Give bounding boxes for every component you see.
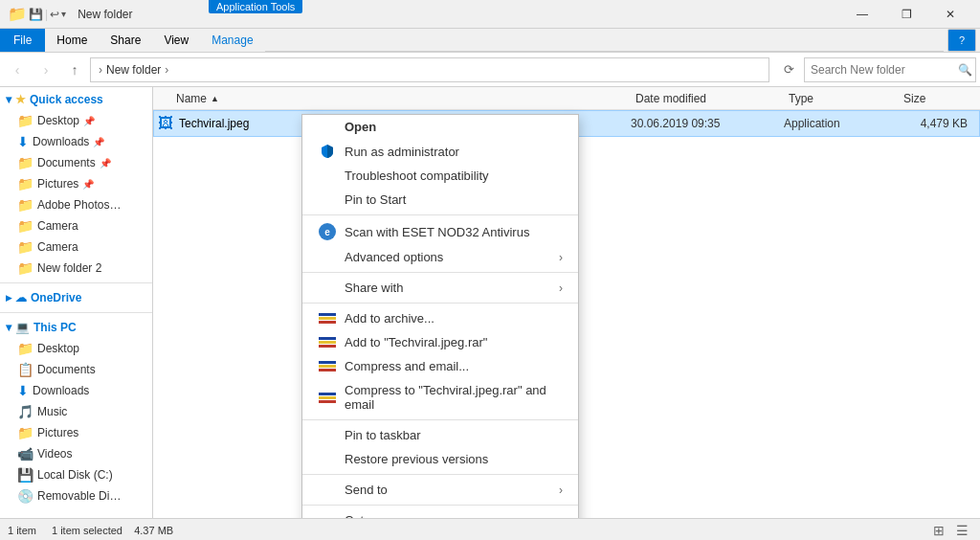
cloud-icon: ☁	[15, 291, 27, 304]
ctx-share[interactable]: Share with ›	[302, 276, 578, 300]
context-menu: Open Run as administrator Troubleshoot c…	[301, 114, 579, 518]
tab-view[interactable]: View	[152, 29, 200, 52]
ctx-sep-1	[302, 214, 578, 215]
folder-icon-photoshop: 📁	[17, 197, 33, 213]
sidebar-item-documents-quick[interactable]: 📁 Documents 📌	[0, 152, 152, 173]
winrar-icon-1	[318, 313, 337, 324]
ctx-sep-4	[302, 419, 578, 420]
window-controls: — ❐ ✕	[840, 0, 972, 29]
ctx-add-rar[interactable]: Add to "Techviral.jpeg.rar"	[302, 330, 578, 354]
status-bar: 1 item 1 item selected 4.37 MB ⊞ ☰	[0, 518, 980, 540]
ctx-add-archive[interactable]: Add to archive...	[302, 306, 578, 330]
pc-icon: 💻	[15, 321, 30, 334]
main-layout: ▾ ★ Quick access 📁 Desktop 📌 ⬇ Downloads…	[0, 87, 980, 518]
search-input[interactable]	[804, 57, 976, 82]
ctx-pin-start[interactable]: Pin to Start	[302, 188, 578, 212]
search-icon[interactable]: 🔍	[958, 63, 972, 77]
sidebar-item-pc-pictures[interactable]: 📁 Pictures	[0, 422, 152, 443]
refresh-button[interactable]: ⟳	[775, 56, 802, 83]
sidebar-thispc-header[interactable]: ▾ 💻 This PC	[0, 317, 152, 338]
ctx-run-admin[interactable]: Run as administrator	[302, 139, 578, 164]
star-icon: ★	[15, 93, 26, 106]
pin-icon: 📌	[83, 116, 95, 126]
pin-icon-docs: 📌	[100, 158, 111, 169]
winrar-icon-2	[318, 337, 337, 348]
tab-file[interactable]: File	[0, 29, 45, 52]
ctx-troubleshoot[interactable]: Troubleshoot compatibility	[302, 164, 578, 188]
sidebar-item-pc-videos[interactable]: 📹 Videos	[0, 443, 152, 464]
folder-icon-cam1: 📁	[17, 218, 33, 234]
col-header-name[interactable]: Name ▲	[157, 92, 632, 105]
ctx-cut[interactable]: Cut	[302, 508, 578, 518]
collapse-icon-pc: ▾	[6, 321, 11, 334]
title-bar: 📁 💾 | ↩ ▾ Application Tools New folder —…	[0, 0, 980, 29]
title-folder-icon: 📁	[8, 5, 27, 23]
large-icons-view-button[interactable]: ⊞	[928, 520, 949, 541]
file-icon: 🖼	[158, 115, 173, 132]
col-header-date[interactable]: Date modified	[632, 92, 785, 105]
minimize-button[interactable]: —	[840, 0, 884, 29]
close-button[interactable]: ✕	[928, 0, 972, 29]
ctx-compress-email[interactable]: Compress and email...	[302, 354, 578, 378]
sidebar-item-pc-documents[interactable]: 📋 Documents	[0, 359, 152, 380]
tab-share[interactable]: Share	[99, 29, 152, 52]
selected-info: 1 item selected 4.37 MB	[52, 525, 173, 536]
sidebar-item-pc-local-disk[interactable]: 💾 Local Disk (C:)	[0, 464, 152, 485]
forward-button[interactable]: ›	[33, 56, 59, 83]
ctx-restore-prev[interactable]: Restore previous versions	[302, 447, 578, 471]
ctx-eset[interactable]: e Scan with ESET NOD32 Antivirus	[302, 218, 578, 245]
sidebar-item-pc-removable[interactable]: 💿 Removable Disk ...	[0, 485, 152, 506]
sidebar-divider-1	[0, 282, 152, 283]
col-header-size[interactable]: Size	[900, 92, 976, 105]
sidebar-thispc-section: ▾ 💻 This PC 📁 Desktop 📋 Documents ⬇ Down…	[0, 315, 152, 508]
folder-icon-pc-docs: 📋	[17, 362, 33, 377]
pin-icon-dl: 📌	[93, 137, 104, 147]
sidebar-item-pc-desktop[interactable]: 📁 Desktop	[0, 338, 152, 359]
ctx-sep-2	[302, 272, 578, 273]
winrar-icon-3	[318, 361, 337, 371]
breadcrumb-end-arrow: ›	[165, 63, 168, 77]
file-type: Application	[784, 117, 899, 130]
ctx-compress-rar-email[interactable]: Compress to "Techviral.jpeg.rar" and ema…	[302, 378, 578, 416]
sidebar-item-pc-downloads[interactable]: ⬇ Downloads	[0, 380, 152, 401]
sidebar-item-pc-music[interactable]: 🎵 Music	[0, 401, 152, 422]
folder-icon-pc-videos: 📹	[17, 446, 33, 461]
search-wrap: 🔍	[804, 57, 976, 82]
ctx-advanced[interactable]: Advanced options ›	[302, 245, 578, 269]
restore-button[interactable]: ❐	[884, 0, 928, 29]
file-size: 4,479 KB	[899, 117, 975, 130]
sidebar-item-camera2[interactable]: 📁 Camera	[0, 236, 152, 258]
up-button[interactable]: ↑	[61, 56, 88, 83]
pin-icon-pics: 📌	[82, 179, 94, 190]
sidebar-onedrive-header[interactable]: ▸ ☁ OneDrive	[0, 287, 152, 308]
ctx-pin-taskbar[interactable]: Pin to taskbar	[302, 423, 578, 447]
shield-icon	[318, 144, 337, 159]
ctx-send-to-arrow: ›	[559, 484, 563, 497]
ctx-sep-6	[302, 505, 578, 506]
sort-icon-name: ▲	[211, 94, 219, 103]
address-path[interactable]: › New folder ›	[90, 57, 769, 82]
back-button[interactable]: ‹	[4, 56, 31, 83]
sidebar-item-desktop-quick[interactable]: 📁 Desktop 📌	[0, 110, 152, 131]
details-view-button[interactable]: ☰	[951, 520, 972, 541]
folder-icon-pics: 📁	[17, 176, 33, 191]
tab-manage[interactable]: Manage	[200, 29, 264, 52]
sidebar-item-downloads-quick[interactable]: ⬇ Downloads 📌	[0, 131, 152, 152]
tab-home[interactable]: Home	[45, 29, 99, 52]
sidebar-item-pictures-quick[interactable]: 📁 Pictures 📌	[0, 173, 152, 194]
title-undo-icon[interactable]: ↩	[50, 8, 59, 21]
ctx-open[interactable]: Open	[302, 115, 578, 139]
folder-icon-pc-pics: 📁	[17, 425, 33, 440]
col-header-type[interactable]: Type	[785, 92, 900, 105]
sidebar-item-photoshop[interactable]: 📁 Adobe Photosho...	[0, 194, 152, 215]
content-area: Name ▲ Date modified Type Size 🖼 Techvir…	[153, 87, 980, 518]
sidebar-item-newfolder2[interactable]: 📁 New folder 2	[0, 258, 152, 279]
title-toolbar-divider: |	[45, 8, 48, 21]
sidebar-quickaccess-header[interactable]: ▾ ★ Quick access	[0, 89, 152, 110]
title-dropdown-icon[interactable]: ▾	[61, 9, 66, 19]
sidebar-item-camera1[interactable]: 📁 Camera	[0, 215, 152, 236]
usb-icon: 💿	[17, 488, 33, 504]
ctx-share-arrow: ›	[559, 281, 563, 295]
ctx-send-to[interactable]: Send to ›	[302, 478, 578, 502]
help-button[interactable]: ?	[947, 29, 976, 52]
